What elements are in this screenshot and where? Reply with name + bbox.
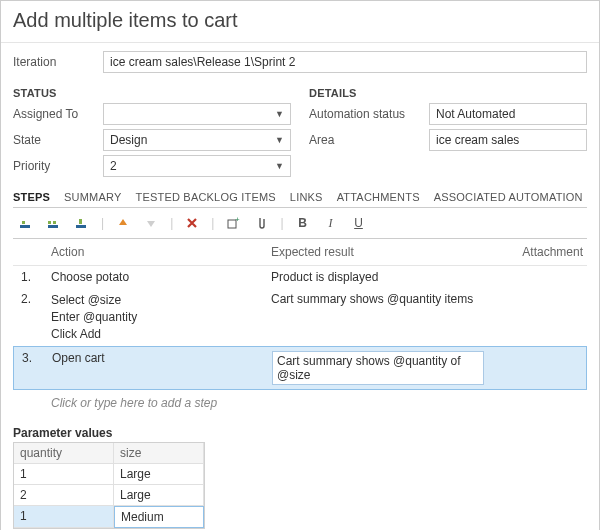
step-number: 2. xyxy=(17,292,51,306)
add-parameter-icon[interactable]: + xyxy=(224,214,242,232)
details-heading: DETAILS xyxy=(309,87,587,99)
automation-status-value: Not Automated xyxy=(436,107,515,121)
status-heading: STATUS xyxy=(13,87,291,99)
attach-icon[interactable] xyxy=(252,214,270,232)
toolbar-separator: | xyxy=(280,216,283,230)
iteration-value: ice cream sales\Release 1\Sprint 2 xyxy=(110,55,295,69)
status-details-columns: STATUS Assigned To ▼ State Design ▼ xyxy=(13,77,587,181)
move-down-icon[interactable] xyxy=(142,214,160,232)
param-col-quantity: quantity xyxy=(14,443,114,464)
svg-rect-2 xyxy=(48,225,58,228)
col-expected: Expected result xyxy=(271,245,493,259)
assigned-to-label: Assigned To xyxy=(13,107,103,121)
svg-text:+: + xyxy=(235,216,240,224)
step-number: 1. xyxy=(17,270,51,284)
chevron-down-icon: ▼ xyxy=(275,161,284,171)
svg-rect-3 xyxy=(48,221,51,224)
iteration-row: Iteration ice cream sales\Release 1\Spri… xyxy=(13,51,587,73)
move-up-icon[interactable] xyxy=(114,214,132,232)
area-label: Area xyxy=(309,133,429,147)
priority-value: 2 xyxy=(110,159,117,173)
state-field[interactable]: Design ▼ xyxy=(103,129,291,151)
step-row-active[interactable]: 3. Open cart Cart summary shows @quantit… xyxy=(13,346,587,390)
form-body: Iteration ice cream sales\Release 1\Spri… xyxy=(1,43,599,530)
tab-tested-backlog[interactable]: TESTED BACKLOG ITEMS xyxy=(136,191,276,203)
toolbar-separator: | xyxy=(101,216,104,230)
delete-step-icon[interactable] xyxy=(183,214,201,232)
step-action: Select @sizeEnter @quantityClick Add xyxy=(51,292,271,342)
page-title: Add multiple items to cart xyxy=(1,1,599,43)
toolbar-separator: | xyxy=(170,216,173,230)
step-row[interactable]: 1. Choose potato Product is displayed xyxy=(13,266,587,288)
tab-steps[interactable]: STEPS xyxy=(13,191,50,203)
steps-header: Action Expected result Attachment xyxy=(13,239,587,266)
param-size: Large xyxy=(114,464,204,485)
steps-toolbar: | | | + | B I U xyxy=(13,208,587,239)
tab-links[interactable]: LINKS xyxy=(290,191,323,203)
automation-status-label: Automation status xyxy=(309,107,429,121)
tab-associated-automation[interactable]: ASSOCIATED AUTOMATION xyxy=(434,191,583,203)
italic-button[interactable]: I xyxy=(322,214,340,232)
svg-rect-5 xyxy=(76,225,86,228)
tab-attachments[interactable]: ATTACHMENTS xyxy=(337,191,420,203)
insert-shared-step-icon[interactable] xyxy=(45,214,63,232)
parameter-row[interactable]: 1 Large xyxy=(14,464,204,485)
status-column: STATUS Assigned To ▼ State Design ▼ xyxy=(13,77,291,181)
tab-bar: STEPS SUMMARY TESTED BACKLOG ITEMS LINKS… xyxy=(13,191,587,208)
bold-button[interactable]: B xyxy=(294,214,312,232)
parameter-table: quantity size 1 Large 2 Large 1 Medium xyxy=(13,442,205,529)
priority-label: Priority xyxy=(13,159,103,173)
details-column: DETAILS Automation status Not Automated … xyxy=(309,77,587,181)
param-quantity: 1 xyxy=(14,506,114,528)
state-label: State xyxy=(13,133,103,147)
step-expected: Product is displayed xyxy=(271,270,493,284)
create-shared-steps-icon[interactable] xyxy=(73,214,91,232)
state-value: Design xyxy=(110,133,147,147)
step-number: 3. xyxy=(18,351,52,365)
insert-step-icon[interactable] xyxy=(17,214,35,232)
col-action: Action xyxy=(51,245,271,259)
parameter-row[interactable]: 2 Large xyxy=(14,485,204,506)
param-quantity: 2 xyxy=(14,485,114,506)
param-col-size: size xyxy=(114,443,204,464)
form-container: Add multiple items to cart Iteration ice… xyxy=(0,0,600,530)
assigned-to-field[interactable]: ▼ xyxy=(103,103,291,125)
toolbar-separator: | xyxy=(211,216,214,230)
step-expected: Cart summary shows @quantity items xyxy=(271,292,493,306)
svg-rect-6 xyxy=(79,219,82,224)
chevron-down-icon: ▼ xyxy=(275,135,284,145)
svg-rect-0 xyxy=(20,225,30,228)
step-expected-editor[interactable]: Cart summary shows @quantity of @size xyxy=(272,351,484,385)
step-action: Open cart xyxy=(52,351,272,365)
automation-status-field[interactable]: Not Automated xyxy=(429,103,587,125)
tab-summary[interactable]: SUMMARY xyxy=(64,191,121,203)
iteration-label: Iteration xyxy=(13,55,103,69)
chevron-down-icon: ▼ xyxy=(275,109,284,119)
priority-field[interactable]: 2 ▼ xyxy=(103,155,291,177)
iteration-field[interactable]: ice cream sales\Release 1\Sprint 2 xyxy=(103,51,587,73)
area-field[interactable]: ice cream sales xyxy=(429,129,587,151)
area-value: ice cream sales xyxy=(436,133,519,147)
step-action: Choose potato xyxy=(51,270,271,284)
parameter-values-heading: Parameter values xyxy=(13,426,587,440)
param-size: Large xyxy=(114,485,204,506)
param-quantity: 1 xyxy=(14,464,114,485)
svg-rect-4 xyxy=(53,221,56,224)
parameter-row-active[interactable]: 1 Medium xyxy=(14,506,204,528)
underline-button[interactable]: U xyxy=(350,214,368,232)
parameter-header-row: quantity size xyxy=(14,443,204,464)
svg-rect-1 xyxy=(22,221,25,224)
param-size-editor[interactable]: Medium xyxy=(114,506,204,528)
add-step-placeholder[interactable]: Click or type here to add a step xyxy=(13,390,587,416)
step-row[interactable]: 2. Select @sizeEnter @quantityClick Add … xyxy=(13,288,587,346)
col-attachment: Attachment xyxy=(493,245,583,259)
